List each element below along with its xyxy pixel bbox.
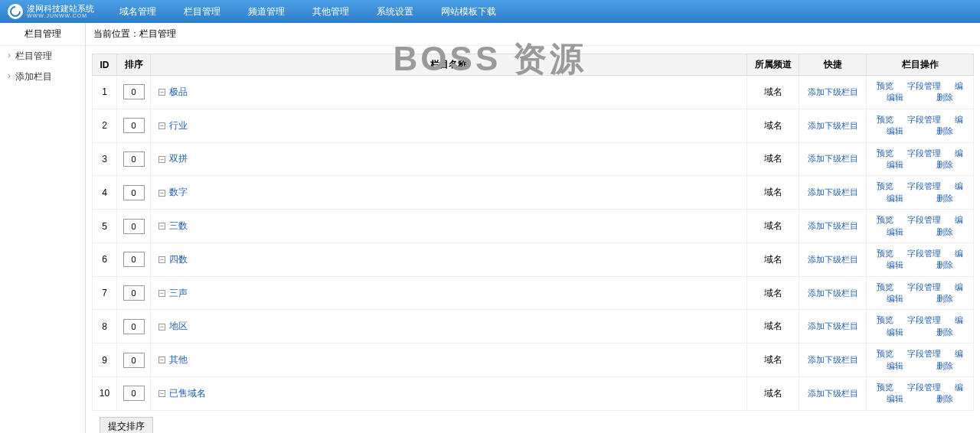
top-nav-item[interactable]: 栏目管理	[170, 0, 234, 23]
expand-icon[interactable]: −	[158, 156, 165, 163]
submit-sort-button[interactable]: 提交排序	[100, 417, 153, 433]
field-manage-link[interactable]: 字段管理	[907, 248, 941, 259]
field-manage-link[interactable]: 字段管理	[907, 382, 941, 393]
sort-input[interactable]	[123, 285, 145, 301]
expand-icon[interactable]: −	[158, 356, 165, 363]
edit-link2[interactable]: 编辑	[887, 393, 903, 405]
edit-link2[interactable]: 编辑	[887, 360, 903, 372]
delete-link[interactable]: 删除	[936, 125, 953, 137]
sort-input[interactable]	[123, 151, 145, 167]
field-manage-link[interactable]: 字段管理	[907, 181, 941, 192]
sort-input[interactable]	[123, 118, 145, 133]
edit-link[interactable]: 编	[955, 181, 963, 192]
expand-icon[interactable]: −	[158, 89, 165, 96]
add-sub-link[interactable]: 添加下级栏目	[808, 288, 858, 298]
expand-icon[interactable]: −	[158, 290, 165, 297]
sort-input[interactable]	[123, 219, 145, 234]
sidebar-item[interactable]: 添加栏目	[0, 67, 85, 87]
add-sub-link[interactable]: 添加下级栏目	[808, 87, 858, 96]
edit-link2[interactable]: 编辑	[887, 193, 903, 204]
preview-link[interactable]: 预览	[877, 148, 893, 159]
expand-icon[interactable]: −	[158, 122, 165, 129]
delete-link[interactable]: 删除	[936, 226, 953, 238]
field-manage-link[interactable]: 字段管理	[907, 80, 941, 92]
sort-input[interactable]	[123, 353, 145, 368]
field-manage-link[interactable]: 字段管理	[907, 148, 941, 159]
delete-link[interactable]: 删除	[936, 360, 953, 372]
cell-sort	[117, 142, 151, 176]
preview-link[interactable]: 预览	[877, 314, 893, 326]
add-sub-link[interactable]: 添加下级栏目	[808, 121, 858, 130]
edit-link[interactable]: 编	[955, 348, 963, 360]
preview-link[interactable]: 预览	[877, 181, 893, 192]
edit-link[interactable]: 编	[955, 282, 963, 293]
preview-link[interactable]: 预览	[877, 248, 893, 259]
delete-link[interactable]: 删除	[936, 327, 953, 338]
category-name-link[interactable]: 极品	[169, 86, 188, 97]
sort-input[interactable]	[123, 84, 145, 99]
expand-icon[interactable]: −	[158, 223, 165, 230]
edit-link2[interactable]: 编辑	[887, 293, 903, 304]
sort-input[interactable]	[123, 386, 145, 401]
field-manage-link[interactable]: 字段管理	[907, 214, 941, 226]
top-nav-item[interactable]: 系统设置	[363, 0, 427, 23]
edit-link2[interactable]: 编辑	[887, 92, 903, 103]
delete-link[interactable]: 删除	[936, 393, 953, 405]
preview-link[interactable]: 预览	[877, 382, 893, 393]
top-nav-item[interactable]: 频道管理	[234, 0, 299, 23]
field-manage-link[interactable]: 字段管理	[907, 314, 941, 326]
delete-link[interactable]: 删除	[936, 159, 953, 171]
add-sub-link[interactable]: 添加下级栏目	[808, 255, 858, 264]
edit-link2[interactable]: 编辑	[887, 159, 903, 171]
add-sub-link[interactable]: 添加下级栏目	[808, 321, 858, 330]
category-name-link[interactable]: 四数	[169, 254, 188, 265]
edit-link2[interactable]: 编辑	[887, 327, 903, 338]
preview-link[interactable]: 预览	[877, 282, 893, 293]
edit-link[interactable]: 编	[955, 148, 963, 159]
expand-icon[interactable]: −	[158, 190, 165, 197]
add-sub-link[interactable]: 添加下级栏目	[808, 355, 858, 364]
category-name-link[interactable]: 三数	[169, 220, 188, 231]
edit-link2[interactable]: 编辑	[887, 125, 903, 137]
edit-link[interactable]: 编	[955, 214, 963, 226]
category-name-link[interactable]: 双拼	[169, 153, 188, 164]
edit-link[interactable]: 编	[955, 114, 963, 125]
category-name-link[interactable]: 已售域名	[169, 388, 206, 399]
edit-link2[interactable]: 编辑	[887, 259, 903, 271]
delete-link[interactable]: 删除	[936, 193, 953, 204]
preview-link[interactable]: 预览	[877, 348, 893, 360]
edit-link[interactable]: 编	[955, 80, 963, 92]
sort-input[interactable]	[123, 252, 145, 267]
delete-link[interactable]: 删除	[936, 259, 953, 271]
category-name-link[interactable]: 其他	[169, 354, 188, 365]
add-sub-link[interactable]: 添加下级栏目	[808, 221, 858, 230]
field-manage-link[interactable]: 字段管理	[907, 282, 941, 293]
top-nav-item[interactable]: 其他管理	[299, 0, 363, 23]
field-manage-link[interactable]: 字段管理	[907, 348, 941, 360]
expand-icon[interactable]: −	[158, 390, 165, 397]
preview-link[interactable]: 预览	[877, 114, 893, 125]
category-name-link[interactable]: 数字	[169, 187, 188, 197]
sidebar-item[interactable]: 栏目管理	[0, 46, 85, 67]
expand-icon[interactable]: −	[158, 256, 165, 263]
sort-input[interactable]	[123, 319, 145, 334]
edit-link2[interactable]: 编辑	[887, 226, 903, 238]
field-manage-link[interactable]: 字段管理	[907, 114, 941, 125]
delete-link[interactable]: 删除	[936, 293, 953, 304]
preview-link[interactable]: 预览	[877, 214, 893, 226]
delete-link[interactable]: 删除	[936, 92, 953, 103]
edit-link[interactable]: 编	[955, 248, 963, 259]
add-sub-link[interactable]: 添加下级栏目	[808, 389, 858, 398]
top-nav-item[interactable]: 网站模板下载	[427, 0, 510, 23]
add-sub-link[interactable]: 添加下级栏目	[808, 187, 858, 197]
preview-link[interactable]: 预览	[877, 80, 893, 92]
top-nav-item[interactable]: 域名管理	[106, 0, 170, 23]
category-name-link[interactable]: 三声	[169, 288, 188, 298]
edit-link[interactable]: 编	[955, 382, 963, 393]
sort-input[interactable]	[123, 185, 145, 200]
expand-icon[interactable]: −	[158, 324, 165, 330]
category-name-link[interactable]: 行业	[169, 120, 188, 131]
add-sub-link[interactable]: 添加下级栏目	[808, 154, 858, 163]
edit-link[interactable]: 编	[955, 314, 963, 326]
category-name-link[interactable]: 地区	[169, 321, 188, 331]
